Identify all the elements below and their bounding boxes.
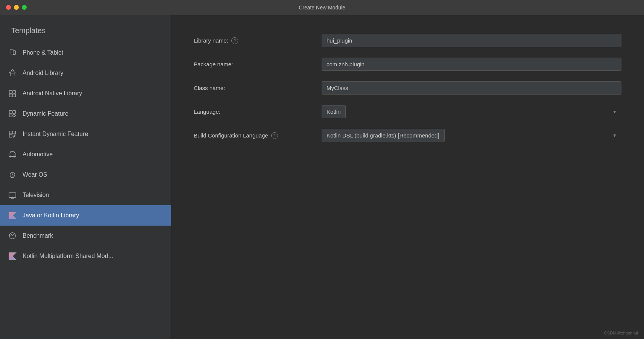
svg-rect-19	[9, 193, 16, 198]
android-library-icon	[8, 68, 17, 78]
sidebar-label-wear-os: Wear OS	[23, 171, 47, 178]
library-name-input[interactable]	[322, 34, 621, 47]
svg-marker-22	[9, 253, 16, 260]
build-config-select-wrapper: Kotlin DSL (build.gradle.kts) [Recommend…	[322, 129, 621, 142]
library-name-label: Library name: ?	[194, 37, 322, 44]
svg-point-3	[11, 70, 12, 70]
svg-rect-8	[13, 94, 15, 97]
form-row-language: Language: Java Kotlin ▼	[194, 105, 621, 118]
television-icon	[8, 190, 17, 200]
sidebar-item-kotlin-multiplatform[interactable]: Kotlin Multiplatform Shared Mod...	[0, 246, 171, 266]
svg-rect-12	[9, 131, 12, 134]
sidebar-label-television: Television	[23, 192, 49, 199]
form-row-build-config-lang: Build Configuration Language ? Kotlin DS…	[194, 129, 621, 142]
class-name-input[interactable]	[322, 81, 621, 95]
kotlin-icon	[8, 211, 17, 220]
build-config-lang-help-icon[interactable]: ?	[271, 132, 278, 139]
build-config-select-arrow: ▼	[612, 133, 617, 138]
maximize-button[interactable]	[22, 5, 27, 10]
automotive-icon	[8, 150, 17, 159]
sidebar-label-android-library: Android Library	[23, 70, 64, 76]
form-row-class-name: Class name:	[194, 81, 621, 95]
kotlin-multi-icon	[8, 251, 17, 261]
watermark: CSDN @zhaonhui	[604, 331, 638, 335]
svg-rect-11	[9, 114, 12, 117]
wear-os-icon	[8, 170, 17, 180]
package-name-label: Package name:	[194, 61, 322, 67]
build-config-lang-select[interactable]: Kotlin DSL (build.gradle.kts) [Recommend…	[322, 129, 445, 142]
form-row-library-name: Library name: ?	[194, 34, 621, 47]
language-select[interactable]: Java Kotlin	[322, 105, 346, 118]
sidebar-item-benchmark[interactable]: Benchmark	[0, 226, 171, 246]
sidebar-label-benchmark: Benchmark	[23, 232, 53, 239]
sidebar-label-android-native-library: Android Native Library	[23, 90, 82, 97]
sidebar-item-instant-dynamic-feature[interactable]: Instant Dynamic Feature	[0, 124, 171, 144]
svg-rect-9	[9, 111, 12, 113]
sidebar-label-instant-dynamic-feature: Instant Dynamic Feature	[23, 131, 88, 137]
class-name-label: Class name:	[194, 85, 322, 91]
traffic-lights	[6, 5, 27, 10]
svg-rect-0	[10, 49, 13, 54]
sidebar-label-dynamic-feature: Dynamic Feature	[23, 110, 68, 117]
form-row-package-name: Package name:	[194, 58, 621, 71]
svg-rect-7	[9, 94, 12, 97]
sidebar-item-java-kotlin-library[interactable]: Java or Kotlin Library	[0, 205, 171, 226]
sidebar-item-android-library[interactable]: Android Library	[0, 63, 171, 83]
sidebar-item-television[interactable]: Television	[0, 185, 171, 205]
language-select-wrapper: Java Kotlin ▼	[322, 105, 621, 118]
sidebar-label-automotive: Automotive	[23, 151, 53, 158]
window-title: Create New Module	[299, 5, 345, 11]
svg-rect-13	[13, 131, 15, 134]
main-content: Templates Phone & Tablet	[0, 15, 644, 339]
android-native-icon	[8, 89, 17, 98]
minimize-button[interactable]	[14, 5, 19, 10]
benchmark-icon	[8, 231, 17, 241]
instant-dynamic-icon	[8, 129, 17, 139]
sidebar-label-kotlin-multiplatform: Kotlin Multiplatform Shared Mod...	[23, 253, 113, 260]
sidebar-label-phone-tablet: Phone & Tablet	[23, 49, 63, 56]
sidebar-label-java-kotlin-library: Java or Kotlin Library	[23, 212, 79, 219]
sidebar-item-dynamic-feature[interactable]: Dynamic Feature	[0, 104, 171, 124]
sidebar-item-automotive[interactable]: Automotive	[0, 144, 171, 165]
right-panel: Library name: ? Package name: Class name…	[171, 15, 644, 339]
svg-rect-10	[13, 111, 15, 113]
sidebar-item-phone-tablet[interactable]: Phone & Tablet	[0, 43, 171, 63]
library-name-help-icon[interactable]: ?	[231, 37, 238, 44]
sidebar-title: Templates	[0, 23, 171, 43]
svg-point-4	[13, 70, 14, 70]
build-config-lang-label: Build Configuration Language ?	[194, 132, 322, 139]
title-bar: Create New Module	[0, 0, 644, 15]
sidebar-item-android-native-library[interactable]: Android Native Library	[0, 83, 171, 104]
svg-rect-6	[13, 91, 15, 93]
sidebar: Templates Phone & Tablet	[0, 15, 171, 339]
svg-rect-1	[13, 51, 15, 55]
svg-marker-20	[9, 212, 16, 219]
svg-rect-14	[9, 134, 12, 137]
sidebar-item-wear-os[interactable]: Wear OS	[0, 165, 171, 185]
dynamic-feature-icon	[8, 109, 17, 119]
language-select-arrow: ▼	[612, 109, 617, 115]
language-label: Language:	[194, 108, 322, 115]
phone-tablet-icon	[8, 48, 17, 58]
package-name-input[interactable]	[322, 58, 621, 71]
svg-rect-5	[9, 91, 12, 93]
close-button[interactable]	[6, 5, 11, 10]
